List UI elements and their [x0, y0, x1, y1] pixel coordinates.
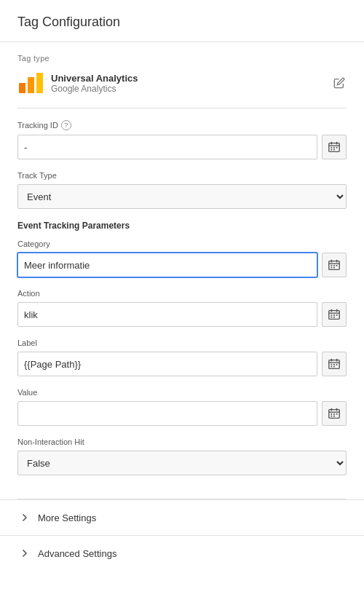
svg-rect-16	[331, 265, 333, 266]
svg-rect-20	[333, 267, 335, 269]
label-group: Label	[17, 338, 347, 376]
more-settings-row[interactable]: More Settings	[0, 499, 364, 535]
header: Tag Configuration	[0, 0, 364, 42]
svg-rect-43	[331, 413, 333, 415]
advanced-settings-label: Advanced Settings	[38, 548, 116, 559]
tracking-id-input-row	[17, 135, 347, 159]
category-input-row	[17, 253, 347, 277]
svg-rect-41	[336, 408, 338, 411]
category-variable-icon	[328, 258, 341, 272]
svg-rect-14	[336, 260, 338, 263]
svg-rect-45	[336, 413, 338, 415]
svg-rect-7	[331, 147, 333, 148]
svg-rect-32	[336, 359, 338, 362]
more-settings-chevron-icon	[17, 510, 32, 525]
track-type-group: Track Type Page View Event Transaction I…	[17, 171, 347, 209]
action-group: Action	[17, 289, 347, 327]
svg-rect-27	[336, 314, 338, 316]
tracking-id-group: Tracking ID ?	[17, 120, 347, 159]
value-variable-btn[interactable]	[322, 401, 347, 426]
label-variable-icon	[328, 357, 341, 371]
svg-rect-23	[336, 309, 338, 312]
svg-rect-22	[331, 309, 333, 312]
label-variable-btn[interactable]	[322, 352, 347, 376]
svg-rect-2	[36, 73, 43, 93]
page-container: Tag Configuration Tag type Universal Ana…	[0, 0, 364, 571]
track-type-label: Track Type	[17, 171, 347, 180]
tracking-id-label: Tracking ID ?	[17, 120, 347, 130]
svg-rect-13	[331, 260, 333, 263]
svg-rect-29	[333, 317, 335, 318]
label-input-row	[17, 352, 347, 376]
action-input-row	[17, 302, 347, 327]
value-label: Value	[17, 388, 347, 397]
non-interaction-label: Non-Interaction Hit	[17, 437, 347, 446]
action-variable-icon	[328, 308, 341, 321]
svg-rect-26	[333, 314, 335, 316]
label-input[interactable]	[17, 352, 317, 376]
variable-icon	[328, 140, 341, 154]
advanced-settings-chevron-icon	[17, 546, 32, 561]
form-section: Tracking ID ?	[0, 108, 364, 499]
non-interaction-group: Non-Interaction Hit False True	[17, 437, 347, 475]
event-tracking-group: Event Tracking Parameters Category	[17, 221, 347, 475]
tag-type-label: Tag type	[17, 54, 347, 63]
tag-info: Universal Analytics Google Analytics	[51, 73, 332, 94]
value-input-row	[17, 401, 347, 426]
ua-icon	[17, 70, 44, 96]
tag-type-section: Tag type Universal Analytics Google Anal…	[0, 42, 364, 108]
svg-rect-1	[28, 77, 34, 93]
track-type-input-row: Page View Event Transaction Item Social …	[17, 184, 347, 209]
svg-rect-8	[333, 147, 335, 148]
event-tracking-title: Event Tracking Parameters	[17, 221, 347, 231]
svg-rect-9	[336, 147, 338, 148]
value-group: Value	[17, 388, 347, 426]
svg-rect-5	[336, 142, 338, 145]
svg-rect-34	[331, 364, 333, 365]
svg-rect-17	[333, 265, 335, 266]
svg-rect-35	[333, 364, 335, 365]
tracking-id-input[interactable]	[17, 135, 317, 159]
svg-rect-38	[333, 366, 335, 368]
tracking-id-help-icon[interactable]: ?	[61, 120, 71, 130]
svg-rect-0	[19, 83, 25, 93]
action-label: Action	[17, 289, 347, 298]
tag-type-row: Universal Analytics Google Analytics	[17, 70, 347, 96]
svg-rect-11	[333, 149, 335, 151]
page-title: Tag Configuration	[17, 15, 347, 30]
value-input[interactable]	[17, 401, 317, 426]
svg-rect-19	[331, 267, 333, 269]
category-label: Category	[17, 239, 347, 248]
action-variable-btn[interactable]	[322, 302, 347, 327]
track-type-select[interactable]: Page View Event Transaction Item Social …	[17, 184, 347, 209]
svg-rect-36	[336, 364, 338, 365]
edit-icon-button[interactable]	[332, 76, 347, 90]
tag-subname: Google Analytics	[51, 84, 332, 94]
svg-rect-40	[331, 408, 333, 411]
label-label: Label	[17, 338, 347, 347]
non-interaction-select[interactable]: False True	[17, 451, 347, 475]
svg-rect-31	[331, 359, 333, 362]
tracking-id-variable-btn[interactable]	[322, 135, 347, 159]
svg-rect-4	[331, 142, 333, 145]
svg-rect-44	[333, 413, 335, 415]
more-settings-label: More Settings	[38, 512, 96, 523]
svg-rect-28	[331, 317, 333, 318]
svg-rect-25	[331, 314, 333, 316]
category-variable-btn[interactable]	[322, 253, 347, 277]
action-input[interactable]	[17, 302, 317, 327]
svg-rect-10	[331, 149, 333, 151]
svg-rect-47	[333, 416, 335, 417]
advanced-settings-row[interactable]: Advanced Settings	[0, 535, 364, 571]
svg-rect-46	[331, 416, 333, 417]
svg-rect-18	[336, 265, 338, 266]
value-variable-icon	[328, 407, 341, 420]
tag-name: Universal Analytics	[51, 73, 332, 84]
category-input[interactable]	[17, 253, 317, 277]
svg-rect-37	[331, 366, 333, 368]
non-interaction-input-row: False True	[17, 451, 347, 475]
category-group: Category	[17, 239, 347, 277]
